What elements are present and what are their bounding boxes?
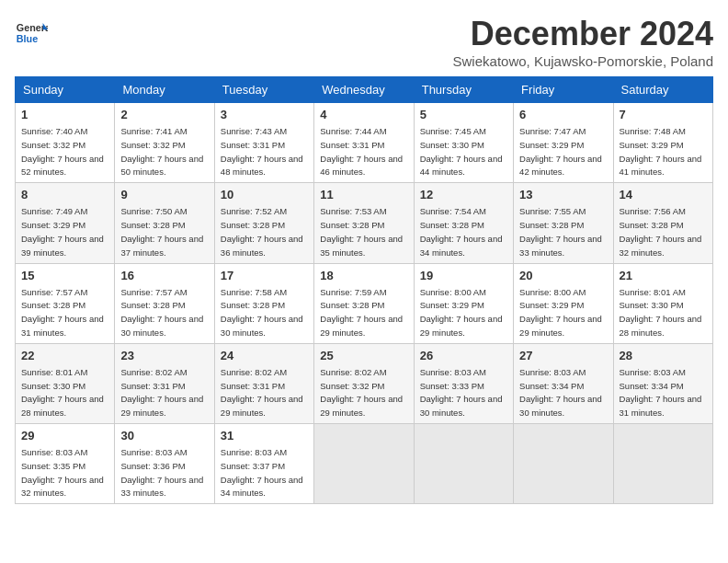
- day-number: 7: [620, 107, 707, 123]
- calendar-cell: 13 Sunrise: 7:55 AMSunset: 3:28 PMDaylig…: [514, 183, 613, 263]
- calendar-cell: [613, 424, 712, 504]
- day-number: 28: [620, 348, 707, 364]
- day-info: Sunrise: 7:59 AMSunset: 3:28 PMDaylight:…: [320, 287, 403, 338]
- day-info: Sunrise: 8:03 AMSunset: 3:37 PMDaylight:…: [221, 447, 303, 498]
- calendar-cell: 7 Sunrise: 7:48 AMSunset: 3:29 PMDayligh…: [613, 103, 712, 183]
- calendar-cell: 12 Sunrise: 7:54 AMSunset: 3:28 PMDaylig…: [414, 183, 513, 263]
- day-number: 13: [519, 187, 607, 203]
- logo-icon: General Blue: [15, 15, 48, 48]
- day-info: Sunrise: 8:00 AMSunset: 3:29 PMDaylight:…: [420, 287, 503, 338]
- day-info: Sunrise: 8:02 AMSunset: 3:32 PMDaylight:…: [320, 367, 403, 418]
- day-info: Sunrise: 8:02 AMSunset: 3:31 PMDaylight:…: [120, 367, 203, 418]
- week-row-5: 29 Sunrise: 8:03 AMSunset: 3:35 PMDaylig…: [16, 424, 713, 504]
- calendar-table: Sunday Monday Tuesday Wednesday Thursday…: [15, 76, 713, 504]
- calendar-cell: 10 Sunrise: 7:52 AMSunset: 3:28 PMDaylig…: [214, 183, 313, 263]
- day-number: 14: [620, 187, 707, 203]
- day-info: Sunrise: 7:52 AMSunset: 3:28 PMDaylight:…: [221, 206, 303, 257]
- calendar-cell: [314, 424, 414, 504]
- calendar-cell: [514, 424, 613, 504]
- location-subtitle: Swiekatowo, Kujawsko-Pomorskie, Poland: [453, 53, 713, 69]
- calendar-cell: 3 Sunrise: 7:43 AMSunset: 3:31 PMDayligh…: [214, 103, 313, 183]
- day-number: 20: [519, 268, 607, 284]
- calendar-cell: 6 Sunrise: 7:47 AMSunset: 3:29 PMDayligh…: [514, 103, 613, 183]
- day-info: Sunrise: 7:49 AMSunset: 3:29 PMDaylight:…: [21, 206, 104, 257]
- day-info: Sunrise: 7:55 AMSunset: 3:28 PMDaylight:…: [519, 206, 602, 257]
- day-number: 15: [21, 268, 108, 284]
- day-number: 1: [21, 107, 108, 123]
- day-number: 3: [221, 107, 308, 123]
- calendar-cell: 27 Sunrise: 8:03 AMSunset: 3:34 PMDaylig…: [514, 343, 613, 423]
- day-info: Sunrise: 8:02 AMSunset: 3:31 PMDaylight:…: [221, 367, 303, 418]
- calendar-cell: 14 Sunrise: 7:56 AMSunset: 3:28 PMDaylig…: [613, 183, 712, 263]
- header-row: Sunday Monday Tuesday Wednesday Thursday…: [16, 77, 713, 103]
- day-info: Sunrise: 7:45 AMSunset: 3:30 PMDaylight:…: [420, 126, 503, 177]
- day-info: Sunrise: 7:57 AMSunset: 3:28 PMDaylight:…: [21, 287, 104, 338]
- week-row-2: 8 Sunrise: 7:49 AMSunset: 3:29 PMDayligh…: [16, 183, 713, 263]
- calendar-cell: 20 Sunrise: 8:00 AMSunset: 3:29 PMDaylig…: [514, 263, 613, 343]
- calendar-cell: 16 Sunrise: 7:57 AMSunset: 3:28 PMDaylig…: [115, 263, 214, 343]
- calendar-cell: 1 Sunrise: 7:40 AMSunset: 3:32 PMDayligh…: [16, 103, 115, 183]
- day-info: Sunrise: 7:58 AMSunset: 3:28 PMDaylight:…: [221, 287, 303, 338]
- calendar-cell: 9 Sunrise: 7:50 AMSunset: 3:28 PMDayligh…: [115, 183, 214, 263]
- day-number: 18: [320, 268, 407, 284]
- day-number: 19: [420, 268, 507, 284]
- week-row-4: 22 Sunrise: 8:01 AMSunset: 3:30 PMDaylig…: [16, 343, 713, 423]
- day-info: Sunrise: 7:48 AMSunset: 3:29 PMDaylight:…: [620, 126, 702, 177]
- header: General Blue December 2024 Swiekatowo, K…: [15, 15, 713, 69]
- day-info: Sunrise: 8:01 AMSunset: 3:30 PMDaylight:…: [620, 287, 702, 338]
- week-row-1: 1 Sunrise: 7:40 AMSunset: 3:32 PMDayligh…: [16, 103, 713, 183]
- day-number: 6: [519, 107, 607, 123]
- calendar-cell: 29 Sunrise: 8:03 AMSunset: 3:35 PMDaylig…: [16, 424, 115, 504]
- day-number: 8: [21, 187, 108, 203]
- day-number: 26: [420, 348, 507, 364]
- day-number: 5: [420, 107, 507, 123]
- col-tuesday: Tuesday: [214, 77, 313, 103]
- day-info: Sunrise: 7:57 AMSunset: 3:28 PMDaylight:…: [120, 287, 203, 338]
- calendar-cell: [414, 424, 513, 504]
- day-number: 24: [221, 348, 308, 364]
- col-sunday: Sunday: [16, 77, 115, 103]
- calendar-cell: 30 Sunrise: 8:03 AMSunset: 3:36 PMDaylig…: [115, 424, 214, 504]
- calendar-cell: 5 Sunrise: 7:45 AMSunset: 3:30 PMDayligh…: [414, 103, 513, 183]
- day-number: 22: [21, 348, 108, 364]
- svg-text:Blue: Blue: [17, 33, 38, 44]
- day-number: 23: [120, 348, 208, 364]
- logo: General Blue: [15, 15, 48, 48]
- day-info: Sunrise: 8:03 AMSunset: 3:35 PMDaylight:…: [21, 447, 104, 498]
- calendar-cell: 4 Sunrise: 7:44 AMSunset: 3:31 PMDayligh…: [314, 103, 414, 183]
- day-number: 10: [221, 187, 308, 203]
- col-thursday: Thursday: [414, 77, 513, 103]
- day-info: Sunrise: 7:53 AMSunset: 3:28 PMDaylight:…: [320, 206, 403, 257]
- calendar-cell: 8 Sunrise: 7:49 AMSunset: 3:29 PMDayligh…: [16, 183, 115, 263]
- day-info: Sunrise: 7:50 AMSunset: 3:28 PMDaylight:…: [120, 206, 203, 257]
- page-container: General Blue December 2024 Swiekatowo, K…: [15, 15, 713, 504]
- day-info: Sunrise: 8:00 AMSunset: 3:29 PMDaylight:…: [519, 287, 602, 338]
- day-info: Sunrise: 8:03 AMSunset: 3:33 PMDaylight:…: [420, 367, 503, 418]
- title-section: December 2024 Swiekatowo, Kujawsko-Pomor…: [453, 15, 713, 69]
- day-info: Sunrise: 7:44 AMSunset: 3:31 PMDaylight:…: [320, 126, 403, 177]
- day-info: Sunrise: 7:43 AMSunset: 3:31 PMDaylight:…: [221, 126, 303, 177]
- day-number: 17: [221, 268, 308, 284]
- day-number: 30: [120, 428, 208, 444]
- calendar-cell: 31 Sunrise: 8:03 AMSunset: 3:37 PMDaylig…: [214, 424, 313, 504]
- day-number: 4: [320, 107, 407, 123]
- day-number: 31: [221, 428, 308, 444]
- month-title: December 2024: [453, 15, 713, 53]
- day-number: 25: [320, 348, 407, 364]
- calendar-cell: 19 Sunrise: 8:00 AMSunset: 3:29 PMDaylig…: [414, 263, 513, 343]
- calendar-cell: 21 Sunrise: 8:01 AMSunset: 3:30 PMDaylig…: [613, 263, 712, 343]
- day-info: Sunrise: 8:01 AMSunset: 3:30 PMDaylight:…: [21, 367, 104, 418]
- calendar-cell: 23 Sunrise: 8:02 AMSunset: 3:31 PMDaylig…: [115, 343, 214, 423]
- day-number: 2: [120, 107, 208, 123]
- day-number: 16: [120, 268, 208, 284]
- calendar-cell: 24 Sunrise: 8:02 AMSunset: 3:31 PMDaylig…: [214, 343, 313, 423]
- calendar-cell: 28 Sunrise: 8:03 AMSunset: 3:34 PMDaylig…: [613, 343, 712, 423]
- day-info: Sunrise: 8:03 AMSunset: 3:34 PMDaylight:…: [519, 367, 602, 418]
- calendar-cell: 15 Sunrise: 7:57 AMSunset: 3:28 PMDaylig…: [16, 263, 115, 343]
- col-monday: Monday: [115, 77, 214, 103]
- calendar-cell: 26 Sunrise: 8:03 AMSunset: 3:33 PMDaylig…: [414, 343, 513, 423]
- day-number: 12: [420, 187, 507, 203]
- calendar-cell: 2 Sunrise: 7:41 AMSunset: 3:32 PMDayligh…: [115, 103, 214, 183]
- calendar-cell: 17 Sunrise: 7:58 AMSunset: 3:28 PMDaylig…: [214, 263, 313, 343]
- col-wednesday: Wednesday: [314, 77, 414, 103]
